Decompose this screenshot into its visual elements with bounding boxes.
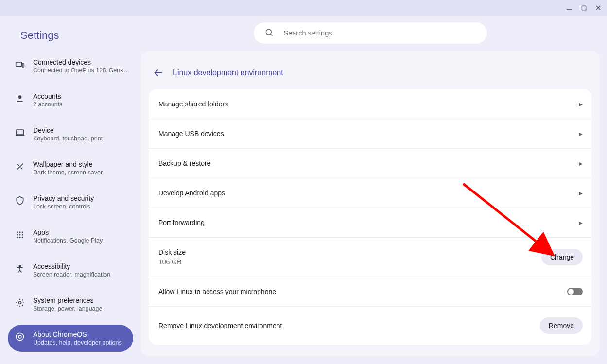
- svg-rect-4: [16, 62, 22, 66]
- close-icon[interactable]: [594, 4, 602, 12]
- sidebar-item-label: Accessibility: [33, 262, 110, 270]
- sidebar-item-sub: 2 accounts: [33, 101, 62, 108]
- sidebar-item-sub: Storage, power, language: [33, 305, 102, 312]
- gear-icon: [15, 297, 25, 308]
- sidebar-item-accessibility[interactable]: Accessibility Screen reader, magnificati…: [8, 257, 133, 284]
- sidebar-item-label: Device: [33, 126, 103, 134]
- microphone-toggle[interactable]: [567, 288, 583, 295]
- svg-point-13: [19, 234, 21, 236]
- sidebar-item-sub: Notifications, Google Play: [33, 237, 103, 244]
- svg-rect-5: [22, 64, 24, 68]
- sidebar-item-label: Apps: [33, 228, 103, 236]
- sidebar-item-system[interactable]: System preferences Storage, power, langu…: [8, 291, 133, 318]
- search-bar[interactable]: [254, 22, 487, 44]
- chevron-right-icon: ▶: [579, 191, 583, 196]
- svg-point-20: [17, 333, 24, 341]
- sidebar-item-sub: Keyboard, touchpad, print: [33, 135, 103, 142]
- sidebar-item-label: Privacy and security: [33, 194, 94, 202]
- svg-point-15: [17, 237, 18, 238]
- row-disk-size: Disk size 106 GB Change: [149, 238, 591, 277]
- svg-point-16: [19, 237, 21, 238]
- sidebar: Settings Connected devices Connected to …: [0, 16, 141, 364]
- remove-button[interactable]: Remove: [540, 317, 583, 334]
- window-titlebar: [0, 0, 607, 16]
- svg-point-21: [18, 335, 21, 338]
- apps-icon: [15, 229, 25, 240]
- row-android-apps[interactable]: Develop Android apps ▶: [149, 178, 591, 208]
- row-label: Port forwarding: [158, 219, 205, 226]
- accessibility-icon: [15, 263, 25, 274]
- svg-point-12: [17, 234, 18, 236]
- svg-point-11: [22, 231, 23, 233]
- chevron-right-icon: ▶: [579, 131, 583, 137]
- row-backup-restore[interactable]: Backup & restore ▶: [149, 149, 591, 178]
- devices-icon: [15, 59, 25, 70]
- row-usb-devices[interactable]: Manage USB devices ▶: [149, 119, 591, 149]
- sidebar-item-about[interactable]: About ChromeOS Updates, help, developer …: [8, 325, 133, 352]
- minimize-icon[interactable]: [565, 4, 573, 12]
- content-card: Linux development environment Manage sha…: [141, 51, 599, 356]
- sidebar-item-connected-devices[interactable]: Connected devices Connected to OnePlus 1…: [8, 52, 133, 80]
- sidebar-item-privacy[interactable]: Privacy and security Lock screen, contro…: [8, 189, 133, 216]
- chevron-right-icon: ▶: [579, 102, 583, 107]
- row-microphone: Allow Linux to access your microphone: [149, 277, 591, 307]
- svg-point-17: [22, 237, 23, 238]
- chevron-right-icon: ▶: [579, 161, 583, 166]
- svg-point-6: [18, 95, 22, 99]
- search-input[interactable]: [284, 29, 476, 37]
- row-label: Manage USB devices: [158, 130, 224, 138]
- sidebar-item-label: About ChromeOS: [33, 330, 122, 338]
- sidebar-item-wallpaper[interactable]: Wallpaper and style Dark theme, screen s…: [8, 155, 133, 182]
- back-button[interactable]: [153, 67, 164, 79]
- svg-point-9: [17, 231, 18, 233]
- svg-point-18: [19, 265, 20, 267]
- app-title: Settings: [8, 24, 133, 52]
- shield-icon: [15, 195, 25, 206]
- account-icon: [15, 93, 25, 104]
- style-icon: [15, 161, 25, 172]
- settings-list: Manage shared folders ▶ Manage USB devic…: [149, 89, 591, 345]
- sidebar-item-device[interactable]: Device Keyboard, touchpad, print: [8, 121, 133, 148]
- change-button[interactable]: Change: [541, 249, 583, 265]
- search-icon: [264, 28, 274, 39]
- row-label: Disk size: [158, 248, 186, 256]
- sidebar-item-sub: Lock screen, controls: [33, 203, 94, 210]
- svg-point-22: [266, 29, 271, 35]
- sidebar-item-sub: Updates, help, developer options: [33, 339, 122, 346]
- row-port-forwarding[interactable]: Port forwarding ▶: [149, 208, 591, 238]
- sidebar-item-apps[interactable]: Apps Notifications, Google Play: [8, 223, 133, 250]
- row-shared-folders[interactable]: Manage shared folders ▶: [149, 89, 591, 119]
- disk-size-value: 106 GB: [158, 258, 186, 266]
- svg-point-10: [19, 231, 21, 233]
- sidebar-item-label: Wallpaper and style: [33, 160, 103, 168]
- row-label: Remove Linux development environment: [158, 322, 282, 329]
- svg-point-19: [19, 302, 21, 304]
- row-remove-linux: Remove Linux development environment Rem…: [149, 307, 591, 345]
- sidebar-item-sub: Connected to OnePlus 12R Gens…: [33, 67, 129, 74]
- row-label: Manage shared folders: [158, 100, 228, 108]
- svg-point-14: [22, 234, 23, 236]
- svg-rect-1: [582, 6, 586, 10]
- svg-line-23: [270, 34, 272, 35]
- sidebar-item-sub: Screen reader, magnification: [33, 271, 110, 278]
- page-title: Linux development environment: [173, 69, 283, 77]
- chevron-right-icon: ▶: [579, 220, 583, 225]
- row-label: Allow Linux to access your microphone: [158, 288, 276, 295]
- svg-rect-7: [17, 130, 24, 135]
- sidebar-item-accounts[interactable]: Accounts 2 accounts: [8, 87, 133, 114]
- row-label: Develop Android apps: [158, 189, 225, 197]
- sidebar-item-label: System preferences: [33, 296, 102, 304]
- laptop-icon: [15, 127, 25, 138]
- sidebar-item-label: Connected devices: [33, 58, 129, 66]
- sidebar-item-label: Accounts: [33, 92, 62, 100]
- sidebar-item-sub: Dark theme, screen saver: [33, 169, 103, 176]
- chrome-icon: [15, 331, 25, 342]
- maximize-icon[interactable]: [580, 4, 588, 12]
- row-label: Backup & restore: [158, 159, 210, 167]
